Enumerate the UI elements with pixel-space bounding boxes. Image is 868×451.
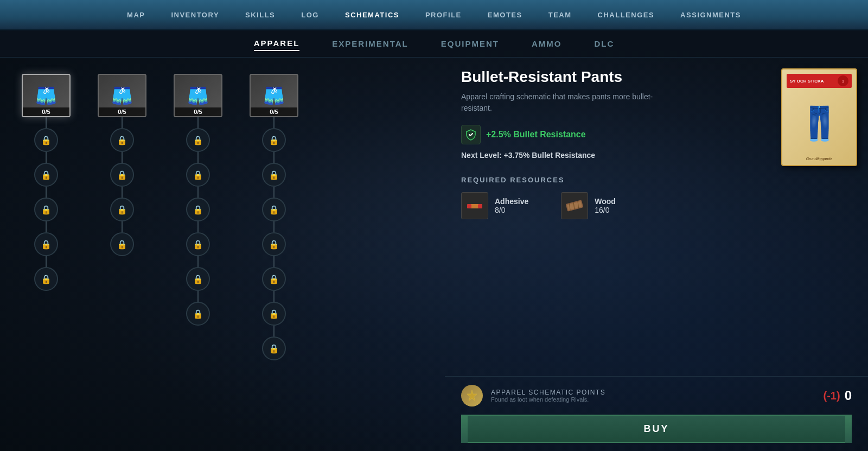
tab-ammo[interactable]: AMMO <box>532 37 562 50</box>
points-cost: (-1) <box>824 390 840 402</box>
schematic-item-1[interactable]: 🩳 0/5 <box>22 74 71 117</box>
lock-icon-1-4: 🔒 <box>41 239 52 250</box>
locked-node-1-1[interactable]: 🔒 <box>34 128 58 152</box>
tab-equipment[interactable]: EQUIPMENT <box>441 37 499 50</box>
wood-count: 16/0 <box>595 206 616 214</box>
locked-node-4-1[interactable]: 🔒 <box>262 128 286 152</box>
tab-experimental[interactable]: EXPERIMENTAL <box>332 37 408 50</box>
connector-1a <box>46 117 47 128</box>
locked-node-3-6[interactable]: 🔒 <box>186 302 210 326</box>
schematic-item-4[interactable]: 🩳 0/5 <box>250 74 298 117</box>
tab-apparel[interactable]: APPAREL <box>254 36 300 51</box>
connector-3a <box>197 117 199 128</box>
svg-marker-8 <box>467 390 477 401</box>
points-left: APPAREL SCHEMATIC POINTS Found as loot w… <box>461 385 605 406</box>
detail-panel: Sy och sticka 1 👖 Grundläggande Bullet-R… <box>445 58 868 451</box>
locked-node-4-4[interactable]: 🔒 <box>262 232 286 256</box>
connector-4g <box>273 326 275 336</box>
nav-item-inventory[interactable]: INVENTORY <box>167 9 224 21</box>
buy-button[interactable]: BUY <box>461 415 852 443</box>
resources-section: REQUIRED RESOURCES Adhesive 8/0 <box>461 176 852 219</box>
connector-3f <box>197 291 199 302</box>
connector-4f <box>273 291 275 302</box>
adhesive-count: 8/0 <box>495 206 528 214</box>
nav-item-team[interactable]: TEAM <box>544 9 576 21</box>
schematics-panel: 🩳 0/5 🔒 🔒 🔒 🔒 🔒 🩳 0/5 <box>0 58 445 451</box>
svg-rect-1 <box>467 204 471 208</box>
locked-node-2-4[interactable]: 🔒 <box>110 232 134 256</box>
lock-icon-1-5: 🔒 <box>41 274 52 284</box>
nav-item-log[interactable]: LOG <box>297 9 323 21</box>
locked-node-1-5[interactable]: 🔒 <box>34 267 58 291</box>
locked-node-3-3[interactable]: 🔒 <box>186 198 210 221</box>
connector-2d <box>122 221 123 232</box>
connector-3d <box>197 221 199 232</box>
lock-icon-3-6: 🔒 <box>193 309 203 319</box>
lock-icon-2-3: 🔒 <box>117 205 127 215</box>
svg-rect-2 <box>478 204 482 208</box>
connector-2c <box>122 187 123 198</box>
wood-icon <box>561 192 588 219</box>
nav-item-emotes[interactable]: EMOTES <box>483 9 527 21</box>
lock-icon-4-5: 🔒 <box>269 274 279 284</box>
nav-item-profile[interactable]: PROFILE <box>421 9 466 21</box>
schematics-grid: 🩳 0/5 🔒 🔒 🔒 🔒 🔒 🩳 0/5 <box>22 68 423 360</box>
locked-node-3-2[interactable]: 🔒 <box>186 163 210 187</box>
nav-item-assignments[interactable]: ASSIGNMENTS <box>676 9 745 21</box>
main-content: 🩳 0/5 🔒 🔒 🔒 🔒 🔒 🩳 0/5 <box>0 58 868 451</box>
lock-icon-3-4: 🔒 <box>193 239 203 250</box>
book-brand: Sy och sticka <box>790 79 824 84</box>
nav-item-skills[interactable]: SKILLS <box>241 9 279 21</box>
nav-item-schematics[interactable]: SCHEMATICS <box>341 9 404 21</box>
locked-node-3-4[interactable]: 🔒 <box>186 232 210 256</box>
connector-3b <box>197 152 199 163</box>
points-info: APPAREL SCHEMATIC POINTS Found as loot w… <box>491 389 605 403</box>
schematic-item-3[interactable]: 🩳 0/5 <box>174 74 222 117</box>
item-count-3: 0/5 <box>175 107 221 116</box>
points-row: APPAREL SCHEMATIC POINTS Found as loot w… <box>461 385 852 406</box>
stat-value: +2.5% Bullet Resistance <box>486 130 586 139</box>
lock-icon-4-6: 🔒 <box>269 309 279 319</box>
locked-node-2-2[interactable]: 🔒 <box>110 163 134 187</box>
locked-node-2-3[interactable]: 🔒 <box>110 198 134 221</box>
item-count-2: 0/5 <box>99 107 145 116</box>
locked-node-3-5[interactable]: 🔒 <box>186 267 210 291</box>
locked-node-2-1[interactable]: 🔒 <box>110 128 134 152</box>
adhesive-icon <box>461 192 488 219</box>
connector-4b <box>273 152 275 163</box>
lock-icon-3-5: 🔒 <box>193 274 203 284</box>
subtab-bar: APPAREL EXPERIMENTAL EQUIPMENT AMMO DLC <box>0 30 868 58</box>
locked-node-4-5[interactable]: 🔒 <box>262 267 286 291</box>
locked-node-3-1[interactable]: 🔒 <box>186 128 210 152</box>
bottom-section: APPAREL SCHEMATIC POINTS Found as loot w… <box>445 376 868 451</box>
pants-icon-3: 🩳 <box>187 87 209 104</box>
lock-icon-1-3: 🔒 <box>41 205 52 215</box>
schematic-column-3: 🩳 0/5 🔒 🔒 🔒 🔒 🔒 🔒 <box>174 74 222 360</box>
lock-icon-4-3: 🔒 <box>269 205 279 215</box>
connector-2b <box>122 152 123 163</box>
connector-4c <box>273 187 275 198</box>
lock-icon-3-2: 🔒 <box>193 170 203 180</box>
locked-node-4-3[interactable]: 🔒 <box>262 198 286 221</box>
nav-item-challenges[interactable]: CHALLENGES <box>593 9 659 21</box>
locked-node-4-7[interactable]: 🔒 <box>262 336 286 360</box>
locked-node-1-4[interactable]: 🔒 <box>34 232 58 256</box>
nav-bar: MAP INVENTORY SKILLS LOG SCHEMATICS PROF… <box>0 0 868 30</box>
nav-item-map[interactable]: MAP <box>123 9 149 21</box>
item-description: Apparel crafting schematic that makes pa… <box>461 91 656 114</box>
pants-icon-2: 🩳 <box>111 87 133 104</box>
connector-2a <box>122 117 123 128</box>
locked-node-1-2[interactable]: 🔒 <box>34 163 58 187</box>
locked-node-4-2[interactable]: 🔒 <box>262 163 286 187</box>
points-coin-icon <box>461 385 483 406</box>
resources-title: REQUIRED RESOURCES <box>461 176 852 184</box>
schematic-item-2[interactable]: 🩳 0/5 <box>98 74 146 117</box>
locked-node-1-3[interactable]: 🔒 <box>34 198 58 221</box>
pants-icon-1: 🩳 <box>35 87 57 104</box>
connector-1b <box>46 152 47 163</box>
book-subtitle: Grundläggande <box>806 157 832 161</box>
book-badge: 1 <box>838 75 848 86</box>
tab-dlc[interactable]: DLC <box>594 37 614 50</box>
connector-3c <box>197 187 199 198</box>
locked-node-4-6[interactable]: 🔒 <box>262 302 286 326</box>
